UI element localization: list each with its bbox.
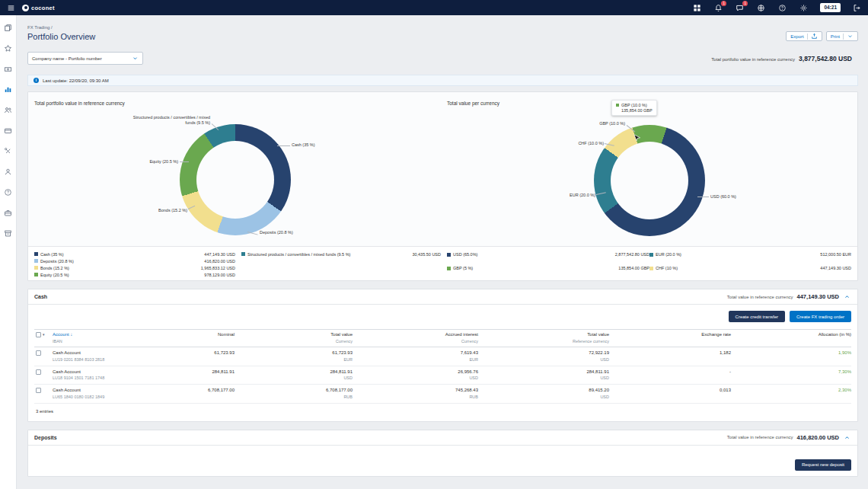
apps-grid-icon[interactable] (692, 3, 702, 13)
export-button[interactable]: Export (786, 31, 822, 41)
deposits-section-title: Deposits (34, 435, 57, 440)
account-cell: Cash Account LU65 1840 0180 0182 1849 (53, 388, 120, 399)
favorites-star-icon[interactable] (4, 44, 12, 53)
breadcrumb[interactable]: FX Trading / (27, 25, 858, 30)
notifications-bell-icon[interactable]: 1 (713, 3, 723, 13)
legend-swatch (34, 259, 38, 263)
mouse-cursor (633, 132, 640, 145)
column-header-account[interactable]: Account ↓ IBAN (53, 332, 120, 344)
session-timer[interactable]: 04:21 (820, 3, 841, 12)
row-checkbox[interactable] (36, 369, 41, 375)
currency-donut-chart[interactable] (594, 125, 705, 236)
brand-logo[interactable]: coconet (22, 5, 55, 11)
legend-item: Bonds (15.2 %) 1,965,833.12 USD (34, 264, 235, 271)
fx-trading-icon[interactable] (4, 85, 12, 94)
legend-item: Deposits (20.8 %) 416,820.00 USD (34, 257, 235, 264)
deposits-collapse-button[interactable] (843, 433, 851, 442)
create-credit-transfer-button[interactable]: Create credit transfer (729, 311, 785, 322)
chart-label-bonds: Bonds (15.2 %) (142, 208, 187, 213)
select-all-checkbox[interactable] (36, 332, 41, 337)
cash-section: Cash Total value in reference currency 4… (27, 289, 858, 422)
entries-count: 3 entries (34, 404, 851, 415)
portfolio-briefcase-icon[interactable] (4, 209, 12, 217)
main-content: FX Trading / Portfolio Overview Export P… (17, 15, 868, 489)
legend-item: Structured products / convertibles / mix… (241, 251, 441, 257)
create-fx-order-button[interactable]: Create FX trading order (790, 311, 851, 322)
row-checkbox[interactable] (36, 350, 41, 356)
legend-item: EUR (20.0 %) (649, 251, 756, 258)
chart-label-equity: Equity (20.5 %) (132, 159, 178, 165)
portfolio-select-value: Company name - Portfolio number (32, 56, 102, 61)
cash-accounts-table: ▾ Account ↓ IBAN Nominal Total value Cur… (34, 329, 851, 415)
legend-label: EUR (20.0 %) (656, 252, 681, 257)
cash-collapse-button[interactable] (843, 292, 851, 301)
legend-item: Cash (35 %) 447,149.30 USD (34, 251, 235, 257)
portfolio-legend: Cash (35 %) 447,149.30 USD Deposits (20.… (34, 251, 235, 278)
last-update-banner: i Last update: 22/09/20, 09:30 AM (27, 75, 858, 86)
menu-icon[interactable] (6, 3, 16, 13)
tools-icon[interactable] (4, 147, 12, 155)
chart-label-chf: CHF (10.0 %) (558, 141, 604, 146)
help-icon[interactable] (777, 3, 787, 13)
allocation-value: 2,30% (731, 388, 851, 394)
legend-label: Cash (35 %) (40, 252, 64, 257)
column-header-accrued-interest: Accrued interest Currency (353, 332, 478, 344)
legend-value: 978,129.00 USD (204, 273, 235, 277)
legend-label: Equity (20.5 %) (40, 273, 69, 277)
deposits-section: Deposits Total value in reference curren… (27, 430, 858, 477)
legend-swatch (447, 253, 451, 257)
portfolio-total-summary: Total portfolio value in reference curre… (711, 55, 858, 62)
print-button-label: Print (831, 34, 840, 39)
deposits-total-value: 416,820.00 USD (797, 434, 839, 441)
print-button[interactable]: Print (826, 31, 858, 41)
legend-swatch (649, 253, 653, 257)
legend-swatch (34, 252, 38, 256)
dashboard-icon[interactable] (4, 24, 12, 32)
account-cell: Cash Account LU19 0201 8384 8103 2818 (53, 350, 120, 362)
legend-label: CHF (10 %) (656, 266, 678, 270)
export-button-label: Export (790, 34, 803, 39)
portfolio-select[interactable]: Company name - Portfolio number (27, 52, 143, 65)
legend-value: 447,149.30 USD (204, 252, 235, 257)
beneficiaries-icon[interactable] (4, 106, 12, 114)
legend-value: 30,435.50 USD (412, 252, 441, 257)
portfolio-chart-title: Total portfolio value in reference curre… (34, 101, 125, 106)
logout-icon[interactable] (852, 3, 862, 13)
accounts-card-icon[interactable] (4, 126, 12, 135)
tooltip-value: 135,854.00 GBP (621, 108, 653, 113)
page-title: Portfolio Overview (27, 32, 95, 41)
portfolio-legend-structured: Structured products / convertibles / mix… (241, 251, 441, 278)
legend-value: 1,965,833.12 USD (201, 266, 235, 270)
messages-icon[interactable]: 1 (735, 3, 745, 13)
row-checkbox[interactable] (36, 388, 41, 393)
column-header-exchange-rate: Exchange rate (609, 332, 731, 338)
charts-panel: Total portfolio value in reference curre… (27, 91, 858, 281)
export-icon (811, 33, 818, 40)
language-globe-icon[interactable] (756, 3, 766, 13)
request-new-deposit-button[interactable]: Request new deposit (795, 459, 851, 471)
table-row: Cash Account LU19 0201 8384 8103 2818 61… (34, 347, 851, 366)
header-caret-icon[interactable]: ▾ (43, 332, 45, 337)
table-row: Cash Account LU18 9104 1501 7181 1748 28… (34, 366, 851, 385)
chart-label-cash: Cash (35 %) (292, 142, 315, 148)
legend-label: Deposits (20.8 %) (40, 259, 74, 264)
settings-gear-icon[interactable] (799, 3, 809, 13)
legend-value: 416,820.00 USD (204, 259, 235, 264)
account-cell: Cash Account LU18 9104 1501 7181 1748 (53, 369, 120, 381)
portfolio-donut-chart[interactable] (180, 124, 291, 235)
help-circle-icon[interactable] (4, 188, 12, 197)
last-update-text: Last update: 22/09/20, 09:30 AM (43, 78, 109, 83)
payments-icon[interactable] (4, 65, 12, 73)
archive-icon[interactable] (4, 229, 12, 238)
topbar-actions: 1 1 04:21 (692, 3, 862, 13)
app-root: coconet 1 1 04:21 (0, 0, 868, 489)
portfolio-total-label: Total portfolio value in reference curre… (711, 57, 795, 62)
info-icon: i (34, 78, 39, 83)
column-header-nominal: Nominal (120, 332, 235, 338)
tooltip-label: GBP (10.0 %) (621, 103, 647, 107)
legend-swatch (34, 266, 38, 270)
cash-section-title: Cash (34, 294, 47, 299)
brand-name: coconet (31, 5, 55, 11)
cash-total-value: 447,149.30 USD (797, 293, 839, 300)
profile-icon[interactable] (4, 168, 12, 176)
